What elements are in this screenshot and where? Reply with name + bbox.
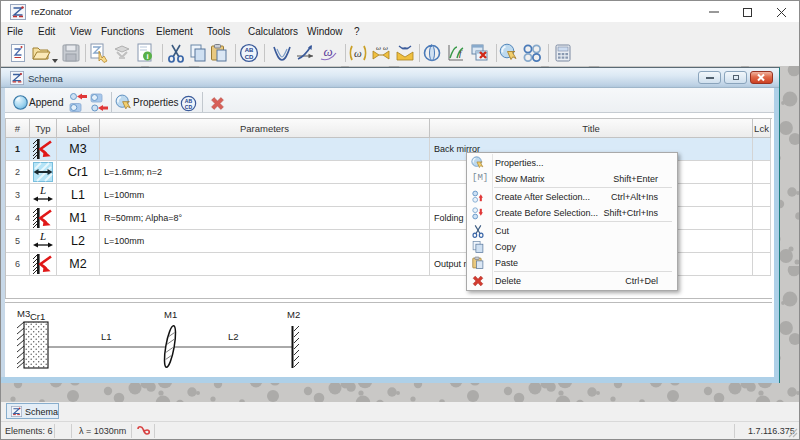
svg-text:i: i <box>146 52 148 61</box>
svg-text:ω: ω <box>323 44 332 59</box>
svg-text:ω: ω <box>376 44 381 52</box>
svg-text:M3: M3 <box>17 308 30 319</box>
svg-text:L1: L1 <box>101 331 112 342</box>
svg-text:M1: M1 <box>164 309 177 320</box>
svg-text:ω: ω <box>383 44 388 52</box>
svg-text:ω: ω <box>354 47 362 59</box>
svg-text:M2: M2 <box>287 309 300 320</box>
svg-text:L2: L2 <box>228 331 239 342</box>
svg-text:Cr1: Cr1 <box>30 311 45 322</box>
svg-text:f: f <box>459 48 463 58</box>
